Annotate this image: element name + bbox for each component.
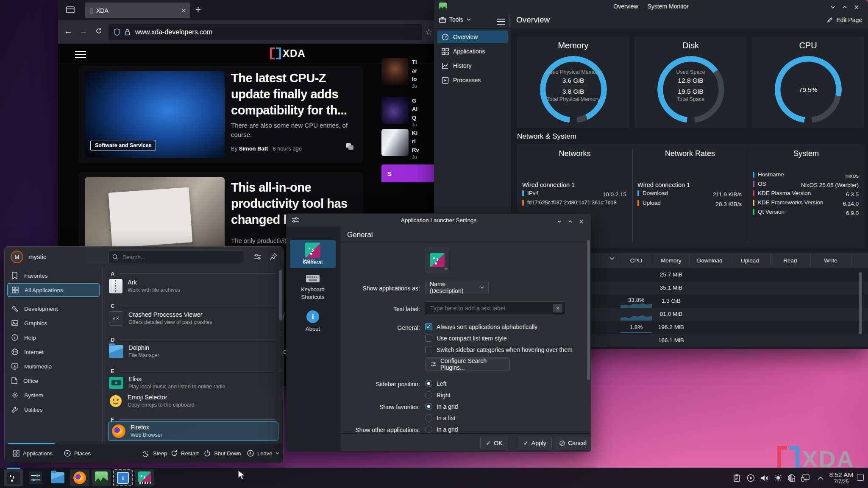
- new-tab-button[interactable]: +: [195, 4, 201, 15]
- checkbox-switch-sidebar-hover[interactable]: Switch sidebar categories when hovering …: [425, 346, 573, 353]
- category-internet[interactable]: Internet: [7, 345, 100, 359]
- sysmon-nav-history[interactable]: History: [437, 59, 508, 72]
- sysmon-nav-overview[interactable]: Overview: [437, 31, 508, 43]
- category-development[interactable]: Development: [7, 302, 100, 315]
- app-item-firefox-selected[interactable]: Firefox Web Browser: [108, 421, 278, 441]
- taskbar-info-center[interactable]: i: [113, 469, 133, 486]
- taskbar-dolphin[interactable]: [48, 469, 67, 486]
- apply-button[interactable]: ✓Apply: [518, 437, 552, 449]
- sysmon-nav-processes[interactable]: Processes: [437, 74, 508, 86]
- sort-chevron-icon[interactable]: [609, 257, 615, 260]
- tray-expand-icon[interactable]: [815, 468, 826, 488]
- network-displays-tray-icon[interactable]: [798, 468, 813, 488]
- close-icon[interactable]: [852, 3, 861, 12]
- reload-button[interactable]: [92, 24, 106, 38]
- app-item-elisa[interactable]: Elisa Play local music and listen to onl…: [109, 374, 278, 392]
- table-scrollbar[interactable]: [859, 272, 862, 334]
- show-desktop-button[interactable]: [857, 474, 864, 481]
- taskbar-launcher-button[interactable]: ›: [4, 469, 23, 486]
- category-office[interactable]: Office: [7, 374, 100, 388]
- text-label-field[interactable]: ✕: [425, 301, 565, 315]
- dialog-nav-about[interactable]: i About: [290, 310, 336, 337]
- article-card-1[interactable]: Software and Services The latest CPU-Z u…: [78, 66, 363, 163]
- cancel-button[interactable]: Cancel: [556, 437, 590, 449]
- bookmark-star-icon[interactable]: ☆: [425, 27, 432, 37]
- url-bar[interactable]: www.xda-developers.com: [108, 24, 422, 40]
- article-1-author[interactable]: Simon Batt: [239, 145, 268, 152]
- radio-sidebar-left[interactable]: Left: [425, 380, 446, 387]
- avatar[interactable]: M: [11, 251, 23, 263]
- media-player-tray-icon[interactable]: [744, 468, 757, 488]
- taskbar-firefox[interactable]: [70, 469, 89, 486]
- brightness-tray-icon[interactable]: [772, 468, 785, 488]
- night-color-tray-icon[interactable]: [785, 468, 798, 488]
- column-header-write[interactable]: Write: [810, 253, 851, 268]
- column-header-upload[interactable]: Upload: [730, 253, 770, 268]
- maximize-icon[interactable]: [840, 3, 849, 12]
- column-header-download[interactable]: Download: [690, 253, 730, 268]
- tracking-shield-icon[interactable]: [114, 28, 120, 36]
- article-1-tag[interactable]: Software and Services: [90, 140, 156, 151]
- promo-banner[interactable]: S: [381, 165, 437, 182]
- app-item-ark[interactable]: Ark Work with file archives: [109, 277, 278, 295]
- site-menu-icon[interactable]: [75, 49, 86, 60]
- taskbar-system-monitor[interactable]: [92, 469, 111, 486]
- back-button[interactable]: ←: [61, 24, 75, 38]
- leave-button[interactable]: Leave: [247, 443, 279, 463]
- app-list-scrollbar[interactable]: [279, 270, 282, 321]
- clock[interactable]: 8:52 AM 7/7/25: [827, 468, 855, 488]
- category-graphics[interactable]: Graphics: [7, 316, 100, 330]
- side-article-3[interactable]: Ki ri Rv Ju: [381, 127, 437, 159]
- sleep-button[interactable]: z Sleep: [143, 443, 167, 463]
- taskbar-launcher-settings[interactable]: ›: [135, 469, 154, 486]
- checkbox-sort-alphabetically[interactable]: ✓ Always sort applications alphabeticall…: [425, 323, 537, 330]
- shutdown-button[interactable]: Shut Down: [204, 443, 241, 463]
- clear-text-icon[interactable]: ✕: [553, 304, 562, 312]
- clipboard-tray-icon[interactable]: [730, 468, 743, 488]
- icon-picker-button[interactable]: ›: [426, 248, 449, 273]
- restart-button[interactable]: Restart: [171, 443, 199, 463]
- footer-tab-applications[interactable]: Applications: [13, 443, 53, 463]
- taskbar-system-settings[interactable]: [26, 469, 45, 486]
- lock-icon[interactable]: [125, 29, 130, 36]
- sysmon-nav-applications[interactable]: Applications: [437, 45, 508, 58]
- configure-search-plugins-button[interactable]: Configure Search Plugins...: [425, 357, 510, 371]
- radio-favorites-list[interactable]: In a list: [425, 414, 455, 421]
- edit-page-button[interactable]: Edit Page: [827, 17, 862, 23]
- xda-site-logo[interactable]: XDA: [270, 47, 306, 59]
- footer-tab-places[interactable]: Places: [64, 443, 91, 463]
- dialog-scrollbar[interactable]: [587, 240, 590, 380]
- category-help[interactable]: Help: [7, 331, 100, 344]
- tab-close-icon[interactable]: ✕: [181, 7, 186, 14]
- column-header-read[interactable]: Read: [770, 253, 810, 268]
- app-item-emoji-selector[interactable]: Emoji Selector Copy emojis to the clipbo…: [109, 392, 278, 410]
- minimize-icon[interactable]: [554, 217, 564, 226]
- category-system[interactable]: System: [7, 388, 100, 402]
- category-utilities[interactable]: Utilities: [7, 403, 100, 416]
- column-header-cpu[interactable]: CPU: [620, 253, 653, 268]
- sidebar-toggle-icon[interactable]: [497, 17, 505, 26]
- text-label-input[interactable]: [429, 304, 553, 312]
- side-article-1[interactable]: Tl ar lo Ju: [381, 58, 437, 89]
- checkbox-compact-list[interactable]: Use compact list item style: [425, 335, 507, 342]
- ok-button[interactable]: ✓OK: [480, 437, 508, 449]
- sysmon-titlebar[interactable]: Overview — System Monitor: [434, 0, 868, 13]
- comments-icon[interactable]: [345, 143, 354, 151]
- radio-sidebar-right[interactable]: Right: [425, 391, 451, 399]
- category-multimedia[interactable]: Multimedia: [7, 360, 100, 373]
- minimize-icon[interactable]: [828, 3, 837, 12]
- radio-other-grid[interactable]: In a grid: [425, 426, 458, 433]
- radio-favorites-grid[interactable]: In a grid: [425, 403, 458, 410]
- category-favorites[interactable]: Favorites: [7, 269, 100, 282]
- tools-menu-button[interactable]: Tools: [439, 16, 471, 23]
- side-article-2[interactable]: G Al Q Ju: [381, 97, 437, 127]
- column-header-memory[interactable]: Memory: [653, 253, 690, 268]
- forward-button[interactable]: →: [77, 24, 90, 38]
- volume-tray-icon[interactable]: [758, 468, 771, 488]
- maximize-icon[interactable]: [565, 217, 575, 226]
- browser-tab[interactable]: [ ] XDA ✕: [85, 3, 190, 18]
- app-item-crashed-processes[interactable]: ×× Crashed Processes Viewer Offers detai…: [109, 310, 278, 327]
- app-item-dolphin[interactable]: Dolphin File Manager: [109, 343, 278, 360]
- show-as-dropdown[interactable]: Name (Description): [425, 281, 489, 294]
- firefox-view-icon[interactable]: [66, 5, 75, 14]
